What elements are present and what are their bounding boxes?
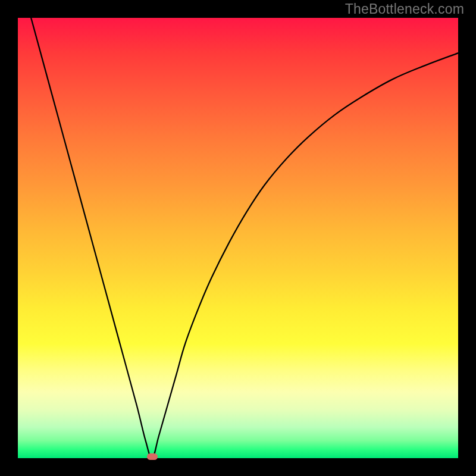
plot-area <box>18 18 458 458</box>
minimum-marker <box>147 453 158 460</box>
chart-frame: TheBottleneck.com <box>0 0 476 476</box>
watermark-text: TheBottleneck.com <box>345 1 464 17</box>
bottleneck-curve <box>18 18 458 458</box>
